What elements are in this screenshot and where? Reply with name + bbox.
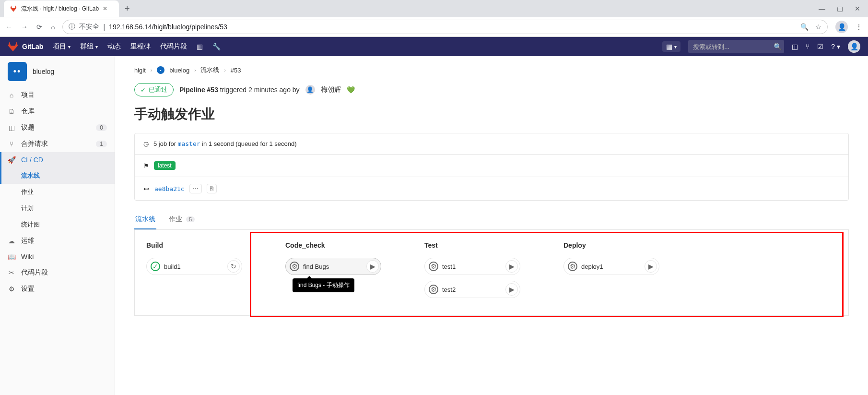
heart-icon: 💚 bbox=[347, 86, 355, 94]
reload-icon[interactable]: ⟳ bbox=[36, 23, 42, 31]
tab-pipeline[interactable]: 流水线 bbox=[134, 210, 156, 229]
todos-icon[interactable]: ☑ bbox=[817, 43, 823, 50]
sidebar-item-scissors[interactable]: ✂代码片段 bbox=[0, 264, 115, 281]
user-avatar[interactable]: 👤 bbox=[848, 40, 860, 53]
gitlab-logo-icon bbox=[8, 41, 18, 52]
sidebar-item-rocket[interactable]: 🚀CI / CD bbox=[0, 152, 115, 168]
back-icon[interactable]: ← bbox=[6, 23, 12, 31]
commit-icon: ⊷ bbox=[143, 185, 150, 192]
sidebar-item-gear[interactable]: ⚙设置 bbox=[0, 281, 115, 297]
kebab-menu-icon[interactable]: ⋮ bbox=[856, 23, 862, 31]
nav-item-3[interactable]: 里程碑 bbox=[130, 42, 151, 51]
cloud-icon: ☁ bbox=[8, 237, 15, 245]
profile-icon[interactable]: 👤 bbox=[835, 21, 848, 33]
info-icon: ⓘ bbox=[69, 23, 75, 31]
chevron-down-icon: ▾ bbox=[68, 44, 70, 49]
author-avatar[interactable]: 👤 bbox=[305, 85, 315, 95]
global-search[interactable]: 🔍 bbox=[688, 40, 784, 53]
star-icon[interactable]: ☆ bbox=[815, 23, 821, 31]
zoom-icon[interactable]: 🔍 bbox=[800, 23, 809, 31]
commit-sha-link[interactable]: ae8ba21c bbox=[154, 185, 185, 192]
nav-item-0[interactable]: 项目▾ bbox=[53, 42, 70, 51]
jobs-summary-row: ◷ 5 job for master in 1 second (queued f… bbox=[135, 133, 848, 155]
stage-test: Test⚙test1▶⚙test2▶ bbox=[424, 241, 520, 304]
job-pill[interactable]: ⚙test2▶ bbox=[424, 281, 520, 298]
job-action-button[interactable]: ▶ bbox=[505, 260, 518, 273]
sidebar-sub-0[interactable]: 流水线 bbox=[0, 168, 115, 184]
home-icon[interactable]: ⌂ bbox=[51, 23, 55, 31]
forward-icon[interactable]: → bbox=[21, 23, 28, 31]
gitlab-favicon-icon bbox=[10, 5, 17, 12]
pipeline-tabs: 流水线 作业 5 bbox=[134, 210, 849, 230]
brand[interactable]: GitLab bbox=[8, 41, 43, 52]
branch-link[interactable]: master bbox=[178, 140, 200, 147]
breadcrumbs: higit › • bluelog › 流水线 › #53 bbox=[134, 66, 849, 74]
sidebar-item-issue[interactable]: ◫议题0 bbox=[0, 120, 115, 136]
minimize-icon[interactable]: — bbox=[819, 5, 825, 12]
job-pill[interactable]: ⚙find Bugs▶find Bugs - 手动操作 bbox=[285, 258, 381, 275]
sidebar-sub-1[interactable]: 作业 bbox=[0, 184, 115, 200]
issues-icon[interactable]: ◫ bbox=[792, 43, 798, 50]
author-name[interactable]: 梅朝辉 bbox=[321, 85, 341, 94]
project-head[interactable]: •• bluelog bbox=[0, 56, 115, 87]
bar-chart-icon[interactable]: ▥ bbox=[197, 43, 203, 50]
maximize-icon[interactable]: ▢ bbox=[837, 5, 843, 12]
nav-item-1[interactable]: 群组▾ bbox=[80, 42, 98, 51]
sidebar-item-label: 运维 bbox=[21, 237, 35, 245]
job-status-icon: ⚙ bbox=[429, 285, 438, 294]
create-menu[interactable]: ▦ ▾ bbox=[662, 41, 680, 52]
crumb-id[interactable]: #53 bbox=[231, 67, 241, 74]
browser-tab[interactable]: 流水线 · higit / bluelog · GitLab ✕ bbox=[4, 0, 119, 17]
sidebar-item-label: CI / CD bbox=[21, 156, 43, 164]
chevron-down-icon: ▾ bbox=[95, 44, 98, 49]
url-box[interactable]: ⓘ 不安全 | 192.168.56.14/higit/bluelog/pipe… bbox=[62, 20, 828, 34]
sidebar-item-doc[interactable]: 🗎仓库 bbox=[0, 103, 115, 120]
crumb-group[interactable]: higit bbox=[134, 67, 146, 74]
stage-deploy: Deploy⚙deploy1▶ bbox=[563, 241, 659, 304]
nav-item-4[interactable]: 代码片段 bbox=[160, 42, 187, 51]
count-badge: 0 bbox=[96, 124, 107, 131]
sidebar-item-cloud[interactable]: ☁运维 bbox=[0, 233, 115, 249]
stage-header: Build bbox=[146, 241, 242, 249]
window-controls: — ▢ ✕ bbox=[819, 5, 868, 12]
sidebar-item-label: 项目 bbox=[21, 91, 35, 99]
clock-icon: ◷ bbox=[143, 140, 149, 147]
chevron-right-icon: › bbox=[224, 68, 225, 73]
sidebar-item-label: 议题 bbox=[21, 123, 35, 132]
job-action-button[interactable]: ▶ bbox=[366, 260, 379, 273]
close-window-icon[interactable]: ✕ bbox=[855, 5, 860, 12]
tab-jobs[interactable]: 作业 5 bbox=[168, 210, 196, 229]
merge-icon[interactable]: ⑂ bbox=[806, 43, 809, 50]
job-action-button[interactable]: ▶ bbox=[505, 283, 518, 296]
help-menu[interactable]: ? ▾ bbox=[831, 43, 840, 50]
scissors-icon: ✂ bbox=[8, 269, 15, 276]
search-input[interactable] bbox=[693, 43, 774, 50]
job-pill[interactable]: ⚙deploy1▶ bbox=[563, 258, 659, 275]
sidebar-sub-2[interactable]: 计划 bbox=[0, 200, 115, 216]
sidebar-item-label: 代码片段 bbox=[21, 268, 48, 277]
nav-item-2[interactable]: 动态 bbox=[107, 42, 121, 51]
wrench-icon[interactable]: 🔧 bbox=[212, 43, 221, 50]
project-name: bluelog bbox=[33, 68, 54, 75]
close-icon[interactable]: ✕ bbox=[103, 5, 107, 12]
home-icon: ⌂ bbox=[8, 91, 15, 99]
more-icon[interactable]: ⋯ bbox=[189, 184, 202, 193]
sidebar-item-label: 合并请求 bbox=[21, 140, 48, 148]
job-status-icon: ⚙ bbox=[568, 262, 577, 271]
job-label: deploy1 bbox=[581, 263, 641, 270]
job-action-button[interactable]: ↻ bbox=[227, 260, 240, 273]
crumb-project[interactable]: bluelog bbox=[169, 67, 189, 74]
job-pill[interactable]: ✓build1↻ bbox=[146, 258, 242, 275]
doc-icon: 🗎 bbox=[8, 108, 15, 115]
sidebar-item-home[interactable]: ⌂项目 bbox=[0, 87, 115, 103]
sidebar-item-merge[interactable]: ⑂合并请求1 bbox=[0, 136, 115, 152]
copy-sha-button[interactable]: ⎘ bbox=[207, 184, 217, 193]
sidebar-sub-3[interactable]: 统计图 bbox=[0, 216, 115, 233]
new-tab-button[interactable]: + bbox=[125, 4, 130, 14]
sidebar-item-book[interactable]: 📖Wiki bbox=[0, 249, 115, 264]
crumb-pipelines[interactable]: 流水线 bbox=[200, 66, 219, 74]
job-action-button[interactable]: ▶ bbox=[645, 260, 657, 273]
project-sidebar: •• bluelog ⌂项目🗎仓库◫议题0⑂合并请求1🚀CI / CD流水线作业… bbox=[0, 56, 115, 395]
job-pill[interactable]: ⚙test1▶ bbox=[424, 258, 520, 275]
url-text: 192.168.56.14/higit/bluelog/pipelines/53 bbox=[109, 23, 227, 31]
